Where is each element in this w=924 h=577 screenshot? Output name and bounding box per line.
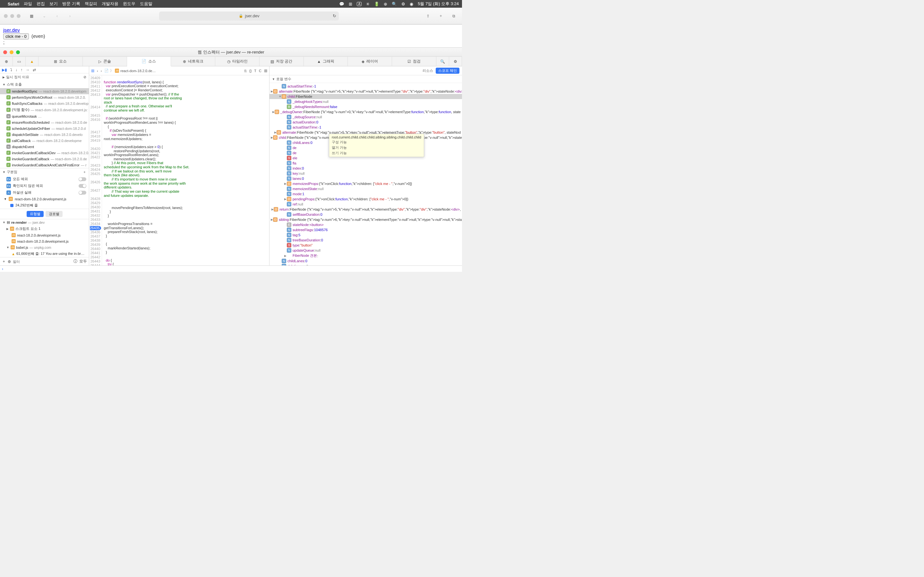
stack-frame[interactable]: FinvokeGuardedCallbackDev — react-dom-18… xyxy=(0,150,89,156)
scope-row[interactable]: NactualStartTime: -1 xyxy=(270,84,462,89)
tabs-icon[interactable]: ⧉ xyxy=(449,11,458,21)
tab-audit[interactable]: ☑점검 xyxy=(392,57,436,66)
stack-frame[interactable]: FcallCallback — react-dom-18.2.0.develop… xyxy=(0,137,89,143)
stack-frame[interactable]: F(익명 함수) — react-dom-18.2.0.development.… xyxy=(0,106,89,113)
scope-tree[interactable]: NactualStartTime: -1▶Oalternate: FiberNo… xyxy=(270,83,462,266)
battery-icon[interactable]: 🔋 xyxy=(374,2,379,6)
scope-row[interactable]: ▶OmemoizedProps: {"k">onClick: function,… xyxy=(270,181,462,186)
clock[interactable]: 5월 7일 (화) 오후 3:24 xyxy=(418,1,459,7)
breakpoints-header[interactable]: ▼구분점＋ xyxy=(0,168,89,176)
tab-scope[interactable]: 스코프 체인 xyxy=(436,68,459,74)
scope-row[interactable]: NmemoizedState: null xyxy=(270,186,462,191)
bp-all-exceptions[interactable]: Ex모든 예외 xyxy=(0,176,89,182)
stack-frame[interactable]: FinvokeGuardedCallbackAndCatchFirstError… xyxy=(0,162,89,168)
scope-row[interactable]: NactualStartTime: -1 xyxy=(270,125,462,130)
scope-row[interactable]: NselfBaseDuration: 0 xyxy=(270,212,462,217)
scope-row[interactable]: ▶Osibling: FiberNode {"k">tag: "v-num">6… xyxy=(270,217,462,222)
siri-icon[interactable]: ◉ xyxy=(410,2,413,6)
back-icon[interactable]: ‹ xyxy=(53,11,61,21)
nav-toggle-icon[interactable]: ▥ xyxy=(91,69,94,73)
stack-frame[interactable]: FinvokeGuardedCallback — react-dom-18.2.… xyxy=(0,156,89,162)
tree-react-dom[interactable]: JSreact-dom-18.2.0.development.js xyxy=(0,238,89,244)
tab-sources[interactable]: 📄소스 xyxy=(127,57,171,66)
menu-window[interactable]: 윈도우 xyxy=(123,1,136,7)
scope-row[interactable]: N_debugSource: null xyxy=(270,114,462,119)
sidebar-toggle-icon[interactable]: ▦ xyxy=(27,11,36,21)
coverage-icon[interactable]: C xyxy=(259,69,262,73)
scope-row[interactable]: ▶Oreturn: FiberNode {"k">tag: "v-num">5,… xyxy=(270,207,462,212)
search-icon[interactable]: 🔍 xyxy=(392,2,397,6)
messages-icon[interactable]: 💬 xyxy=(339,2,344,6)
scope-row[interactable]: NtreeBaseDuration: 0 xyxy=(270,237,462,243)
scope-row[interactable]: Nindex: 0 xyxy=(270,166,462,171)
source-view[interactable]: 2640926410264112641226413 26414 26415264… xyxy=(89,75,269,266)
stack-frame[interactable]: FflushSyncCallbacks — react-dom-18.2.0.d… xyxy=(0,100,89,106)
step-into-icon[interactable]: ↓ xyxy=(15,68,17,72)
warnings-icon[interactable]: ▲ xyxy=(26,57,39,66)
bp-line[interactable]: 24,292번째 줄 xyxy=(0,202,89,209)
scope-row[interactable]: Nref: null xyxy=(270,201,462,207)
scope-row[interactable]: Ntag: 5 xyxy=(270,232,462,237)
resume-icon[interactable]: ▶▮ xyxy=(2,68,7,72)
scope-row[interactable]: ▶Oalternate: FiberNode {"k">tag: "v-num"… xyxy=(270,89,462,94)
stack-frame[interactable]: FscheduleUpdateOnFiber — react-dom-18.2.… xyxy=(0,125,89,131)
reload-icon[interactable]: ↻ xyxy=(333,13,336,18)
bluetooth-icon[interactable]: ⚹ xyxy=(366,1,370,6)
step-icon[interactable]: → xyxy=(26,68,29,72)
copy-icon[interactable]: ⎘ xyxy=(244,69,247,73)
pause-reason-header[interactable]: ▶일시 정지 이유⊘ xyxy=(0,73,89,81)
stack-frame[interactable]: FensureRootIsScheduled — react-dom-18.2.… xyxy=(0,119,89,125)
step-out-icon[interactable]: ↑ xyxy=(21,68,23,72)
input-source-icon[interactable]: A xyxy=(357,2,362,6)
tab-timeline[interactable]: ◷타임라인 xyxy=(215,57,260,66)
inspect-element-icon[interactable]: ⊕ xyxy=(0,57,13,66)
tree-root[interactable]: ▼▤re-render — jser.dev xyxy=(0,219,89,226)
tree-script-elements[interactable]: ▶JS스크립트 요소 1 xyxy=(0,226,89,232)
wifi-icon[interactable]: ⊕ xyxy=(384,2,387,6)
scope-row[interactable]: Ndeletions: null xyxy=(270,263,462,266)
scope-row[interactable]: NupdateQueue: null xyxy=(270,248,462,253)
scope-row[interactable]: Nkey: null xyxy=(270,171,462,176)
tab-network[interactable]: ⊕네트워크 xyxy=(171,57,215,66)
tree-warning[interactable]: ▲61,666번째 줄: 17 You are using the in-br… xyxy=(0,250,89,257)
scope-row[interactable]: N_debugHookTypes: null xyxy=(270,99,462,104)
filter-input[interactable] xyxy=(13,259,71,263)
bp-file[interactable]: ▼JSreact-dom-18.2.0.development.js xyxy=(0,196,89,202)
step-over-icon[interactable]: ⤵ xyxy=(10,68,12,72)
tree-react[interactable]: JSreact-18.2.0.development.js xyxy=(0,232,89,238)
call-stack-header[interactable]: ▼스택 호출 xyxy=(0,81,89,88)
address-bar[interactable]: 🔒 jser.dev ↻ xyxy=(159,11,339,21)
scope-row[interactable]: NchildLanes: 0 xyxy=(270,258,462,263)
scope-row[interactable]: NactualDuration: 0 xyxy=(270,119,462,125)
page-link[interactable]: jser.dev xyxy=(3,27,20,33)
stack-frame[interactable]: FdispatchSetState — react-dom-18.2.0.dev… xyxy=(0,131,89,137)
tab-console[interactable]: ▷콘솔 xyxy=(83,57,127,66)
scope-row[interactable]: ▶OpendingProps: {"k">onClick: function, … xyxy=(270,197,462,201)
device-icon[interactable]: ▭ xyxy=(13,57,26,66)
pill-by-type[interactable]: 유형별 xyxy=(27,211,44,217)
control-center-icon[interactable]: ⚙ xyxy=(401,2,405,6)
tab-layers[interactable]: ◈레이어 xyxy=(348,57,392,66)
breadcrumb[interactable]: 📄〉JSreact-dom-18.2.0.de… xyxy=(104,68,156,73)
scope-row[interactable]: EstateNode: <button> xyxy=(270,222,462,227)
window-controls[interactable] xyxy=(4,14,21,18)
scope-row[interactable]: Nlanes: 0 xyxy=(270,176,462,181)
type-icon[interactable]: T xyxy=(254,69,256,73)
scope-row[interactable]: Nmode: 1 xyxy=(270,191,462,197)
scope-row[interactable]: ▶O_debugOwner: FiberNode {"k">tag: "v-nu… xyxy=(270,109,462,114)
tab-resources[interactable]: 리소스 xyxy=(423,68,433,73)
scope-row[interactable]: ▼Ochild: FiberNode xyxy=(270,94,462,99)
tab-groups-icon[interactable]: ⌄ xyxy=(40,11,49,21)
click-me-button[interactable]: click me - 0 xyxy=(3,33,29,39)
nav-back-icon[interactable]: ‹ xyxy=(97,69,98,73)
tab-elements[interactable]: ⊞요소 xyxy=(39,57,83,66)
inspector-search-icon[interactable]: 🔍 xyxy=(436,57,449,66)
tree-babel[interactable]: ▼JSbabel.js — unpkg.com xyxy=(0,244,89,250)
menu-bookmarks[interactable]: 책갈피 xyxy=(85,1,97,7)
bp-uncaught[interactable]: Ex확인되지 않은 예외 xyxy=(0,182,89,189)
scope-row[interactable]: ▶FiberNode 견본: xyxy=(270,253,462,258)
tab-graphics[interactable]: ▲그래픽 xyxy=(304,57,348,66)
menu-edit[interactable]: 편집 xyxy=(37,1,45,7)
stage-manager-icon[interactable]: ⊞ xyxy=(349,2,352,6)
share-icon[interactable]: ⇪ xyxy=(423,11,433,21)
